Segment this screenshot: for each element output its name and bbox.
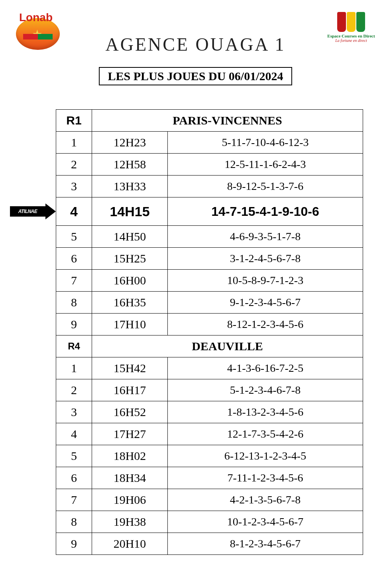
race-number: 4 bbox=[56, 423, 92, 445]
reunion-venue: PARIS-VINCENNES bbox=[92, 110, 363, 132]
race-time: 19H38 bbox=[92, 511, 168, 533]
race-time: 20H10 bbox=[92, 533, 168, 555]
table-row: 816H359-1-2-3-4-5-6-7 bbox=[56, 292, 363, 314]
race-time: 12H58 bbox=[92, 154, 168, 176]
race-picks: 5-11-7-10-4-6-12-3 bbox=[168, 132, 363, 154]
race-time: 17H27 bbox=[92, 423, 168, 445]
race-number: 8 bbox=[56, 511, 92, 533]
reunion-header-row: R1PARIS-VINCENNES bbox=[56, 110, 363, 132]
race-picks: 4-2-1-3-5-6-7-8 bbox=[168, 489, 363, 511]
table-row: 917H108-12-1-2-3-4-5-6 bbox=[56, 314, 363, 335]
reunion-header-row: R4DEAUVILLE bbox=[56, 335, 363, 357]
race-time: 12H23 bbox=[92, 132, 168, 154]
brand-right-line2: La fortune en direct bbox=[327, 38, 375, 43]
brand-left-text: Lonab bbox=[19, 11, 53, 24]
race-picks: 14-7-15-4-1-9-10-6 bbox=[168, 197, 363, 226]
race-number: 9 bbox=[56, 533, 92, 555]
table-row: 212H5812-5-11-1-6-2-4-3 bbox=[56, 154, 363, 176]
races-table: R1PARIS-VINCENNES112H235-11-7-10-4-6-12-… bbox=[56, 109, 363, 555]
page-title: AGENCE OUAGA 1 bbox=[105, 34, 285, 55]
race-number: 3 bbox=[56, 401, 92, 423]
race-picks: 8-12-1-2-3-4-5-6 bbox=[168, 314, 363, 335]
highlight-arrow-icon: ATILNAE bbox=[10, 203, 56, 219]
table-row: 313H338-9-12-5-1-3-7-6 bbox=[56, 176, 363, 197]
table-row: 112H235-11-7-10-4-6-12-3 bbox=[56, 132, 363, 154]
table-row: 920H108-1-2-3-4-5-6-7 bbox=[56, 533, 363, 555]
race-time: 16H00 bbox=[92, 270, 168, 292]
subtitle: LES PLUS JOUES DU 06/01/2024 bbox=[99, 67, 292, 85]
reunion-venue: DEAUVILLE bbox=[92, 335, 363, 357]
race-picks: 6-12-13-1-2-3-4-5 bbox=[168, 445, 363, 467]
arrow-label: ATILNAE bbox=[10, 206, 45, 217]
reunion-id: R4 bbox=[56, 335, 92, 357]
race-time: 14H50 bbox=[92, 226, 168, 248]
page-header: Lonab ★ AGENCE OUAGA 1 Espace Courses en… bbox=[16, 12, 375, 55]
race-picks: 12-1-7-3-5-4-2-6 bbox=[168, 423, 363, 445]
race-time: 15H42 bbox=[92, 357, 168, 379]
race-number: 8 bbox=[56, 292, 92, 314]
race-time: 18H02 bbox=[92, 445, 168, 467]
race-time: 15H25 bbox=[92, 248, 168, 270]
table-row: 417H2712-1-7-3-5-4-2-6 bbox=[56, 423, 363, 445]
table-row: 819H3810-1-2-3-4-5-6-7 bbox=[56, 511, 363, 533]
race-number: 5 bbox=[56, 445, 92, 467]
race-number: 6 bbox=[56, 248, 92, 270]
race-time: 16H17 bbox=[92, 379, 168, 401]
table-row: 518H026-12-13-1-2-3-4-5 bbox=[56, 445, 363, 467]
race-number: 6 bbox=[56, 467, 92, 489]
race-picks: 1-8-13-2-3-4-5-6 bbox=[168, 401, 363, 423]
arrow-head-icon bbox=[45, 203, 56, 219]
race-picks: 8-1-2-3-4-5-6-7 bbox=[168, 533, 363, 555]
race-picks: 3-1-2-4-5-6-7-8 bbox=[168, 248, 363, 270]
race-time: 16H52 bbox=[92, 401, 168, 423]
race-number: 2 bbox=[56, 379, 92, 401]
table-row: 719H064-2-1-3-5-6-7-8 bbox=[56, 489, 363, 511]
table-row: 618H347-11-1-2-3-4-5-6 bbox=[56, 467, 363, 489]
table-row: 316H521-8-13-2-3-4-5-6 bbox=[56, 401, 363, 423]
table-row: 615H253-1-2-4-5-6-7-8 bbox=[56, 248, 363, 270]
race-picks: 10-1-2-3-4-5-6-7 bbox=[168, 511, 363, 533]
race-time: 19H06 bbox=[92, 489, 168, 511]
table-row-highlight: 414H1514-7-15-4-1-9-10-6 bbox=[56, 197, 363, 226]
race-time: 18H34 bbox=[92, 467, 168, 489]
race-picks: 7-11-1-2-3-4-5-6 bbox=[168, 467, 363, 489]
table-row: 216H175-1-2-3-4-6-7-8 bbox=[56, 379, 363, 401]
reunion-id: R1 bbox=[56, 110, 92, 132]
race-number: 7 bbox=[56, 489, 92, 511]
race-picks: 4-6-9-3-5-1-7-8 bbox=[168, 226, 363, 248]
race-time: 13H33 bbox=[92, 176, 168, 197]
race-time: 17H10 bbox=[92, 314, 168, 335]
race-picks: 8-9-12-5-1-3-7-6 bbox=[168, 176, 363, 197]
races-table-area: R1PARIS-VINCENNES112H235-11-7-10-4-6-12-… bbox=[56, 109, 363, 555]
brand-right-line1: Espace Courses en Direct bbox=[327, 34, 375, 38]
table-row: 716H0010-5-8-9-7-1-2-3 bbox=[56, 270, 363, 292]
race-time: 16H35 bbox=[92, 292, 168, 314]
race-time: 14H15 bbox=[92, 197, 168, 226]
race-number: 5 bbox=[56, 226, 92, 248]
race-number: 3 bbox=[56, 176, 92, 197]
race-number: 9 bbox=[56, 314, 92, 335]
race-number: 1 bbox=[56, 132, 92, 154]
ecd-logo: Espace Courses en Direct La fortune en d… bbox=[327, 12, 375, 43]
race-picks: 4-1-3-6-16-7-2-5 bbox=[168, 357, 363, 379]
race-number: 7 bbox=[56, 270, 92, 292]
race-number: 1 bbox=[56, 357, 92, 379]
table-row: 514H504-6-9-3-5-1-7-8 bbox=[56, 226, 363, 248]
race-picks: 10-5-8-9-7-1-2-3 bbox=[168, 270, 363, 292]
race-picks: 5-1-2-3-4-6-7-8 bbox=[168, 379, 363, 401]
table-row: 115H424-1-3-6-16-7-2-5 bbox=[56, 357, 363, 379]
race-number: 2 bbox=[56, 154, 92, 176]
race-picks: 12-5-11-1-6-2-4-3 bbox=[168, 154, 363, 176]
lonab-logo: Lonab ★ bbox=[16, 12, 64, 52]
race-number: 4 bbox=[56, 197, 92, 226]
race-picks: 9-1-2-3-4-5-6-7 bbox=[168, 292, 363, 314]
